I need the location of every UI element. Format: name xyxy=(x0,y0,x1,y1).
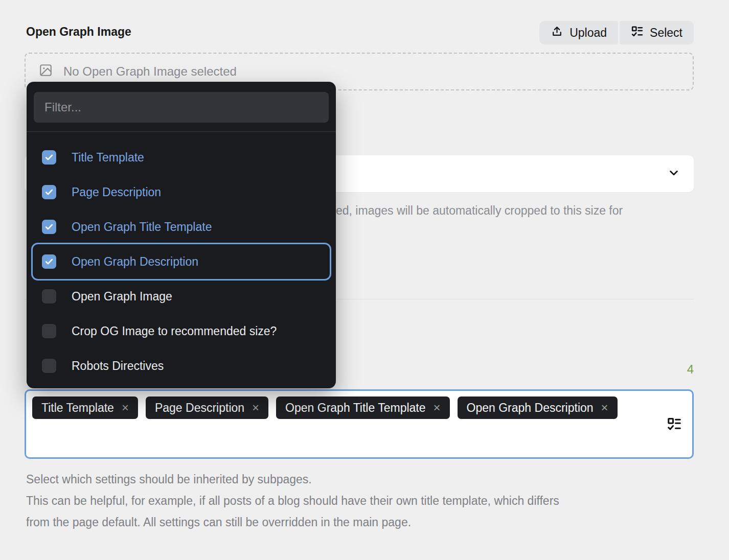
checkbox[interactable] xyxy=(42,220,56,234)
select-button[interactable]: Select xyxy=(620,21,694,44)
tag-label: Open Graph Title Template xyxy=(285,401,425,415)
dropdown-option-label: Crop OG Image to recommended size? xyxy=(72,324,277,338)
tag-remove-icon[interactable]: × xyxy=(434,402,441,414)
dropdown-option[interactable]: Crop OG Image to recommended size? xyxy=(33,314,330,348)
crop-hint-text: ed, images will be automatically cropped… xyxy=(336,204,623,218)
dropdown-option-label: Robots Directives xyxy=(72,359,164,373)
page-title: Open Graph Image xyxy=(26,25,131,39)
checkbox[interactable] xyxy=(42,289,56,304)
chevron-down-icon xyxy=(667,166,680,181)
dropdown-option-label: Open Graph Title Template xyxy=(72,220,212,234)
tag: Open Graph Title Template × xyxy=(276,396,449,419)
dropdown-option-label: Page Description xyxy=(72,185,161,199)
tag-remove-icon[interactable]: × xyxy=(252,402,259,414)
tag: Open Graph Description × xyxy=(458,396,618,419)
tag: Title Template × xyxy=(32,396,138,419)
dropdown-options-list: Title Template Page Description xyxy=(34,140,329,383)
tag: Page Description × xyxy=(146,396,268,419)
dropdown-option[interactable]: Open Graph Description xyxy=(33,244,330,279)
settings-dropdown-panel: Title Template Page Description xyxy=(27,82,336,388)
dropdown-option[interactable]: Open Graph Title Template xyxy=(33,209,330,244)
tags-list-check-icon[interactable] xyxy=(667,416,682,432)
panel-divider xyxy=(27,131,336,132)
dropdown-option[interactable]: Open Graph Image xyxy=(33,279,330,314)
upload-icon xyxy=(551,25,563,41)
help-line: from the page default. All settings can … xyxy=(26,511,696,533)
select-button-label: Select xyxy=(650,26,682,40)
checkbox[interactable] xyxy=(42,150,56,165)
asset-toolbar: Upload Select xyxy=(539,21,694,44)
seo-settings-page: Open Graph Image Upload Select xyxy=(0,0,729,560)
help-line: This can be helpful, for example, if all… xyxy=(26,490,696,511)
tag-label: Title Template xyxy=(41,401,114,415)
dropdown-option-label: Open Graph Description xyxy=(72,255,198,269)
list-check-icon xyxy=(631,25,644,41)
image-icon xyxy=(38,63,53,81)
checkbox[interactable] xyxy=(42,324,56,338)
upload-button[interactable]: Upload xyxy=(539,21,618,44)
checkbox[interactable] xyxy=(42,254,56,269)
dropdown-option[interactable]: Title Template xyxy=(33,140,330,175)
dropdown-option-label: Title Template xyxy=(72,151,144,165)
tag-remove-icon[interactable]: × xyxy=(122,402,129,414)
selected-count-badge: 4 xyxy=(687,362,694,377)
asset-placeholder-text: No Open Graph Image selected xyxy=(63,64,237,79)
tag-label: Page Description xyxy=(155,401,244,415)
upload-button-label: Upload xyxy=(569,26,607,40)
tag-remove-icon[interactable]: × xyxy=(601,402,608,414)
inherit-settings-tags-input[interactable]: Title Template × Page Description × Open… xyxy=(25,389,694,459)
help-line: Select which settings should be inherite… xyxy=(26,469,696,490)
dropdown-option[interactable]: Page Description xyxy=(33,175,330,209)
dropdown-option[interactable]: Robots Directives xyxy=(33,348,330,383)
checkbox[interactable] xyxy=(42,185,56,199)
dropdown-option-label: Open Graph Image xyxy=(72,290,172,304)
field-help-text: Select which settings should be inherite… xyxy=(26,469,696,533)
tag-label: Open Graph Description xyxy=(467,401,594,415)
filter-input[interactable] xyxy=(34,92,329,123)
checkbox[interactable] xyxy=(42,359,56,373)
